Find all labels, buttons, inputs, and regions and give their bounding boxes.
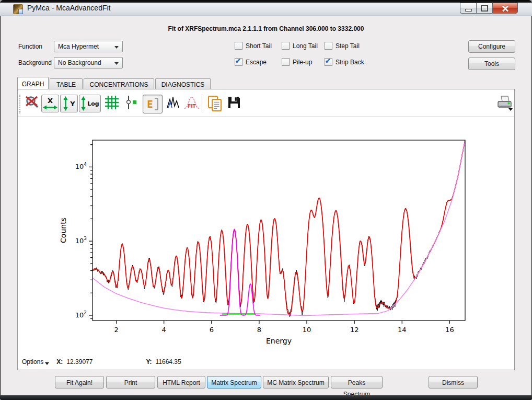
chevron-down-icon bbox=[114, 62, 119, 65]
cursor-x-label: X: bbox=[56, 358, 63, 365]
y-tick-label: 102 bbox=[75, 310, 87, 319]
x-autoscale-button[interactable]: X bbox=[41, 95, 59, 112]
y-autoscale-button[interactable]: Y bbox=[60, 95, 78, 112]
floppy-save-icon bbox=[226, 95, 242, 110]
log-scale-button[interactable]: Log bbox=[79, 95, 101, 112]
plot-toolbar: X Y bbox=[18, 92, 514, 117]
log-arrow-icon bbox=[80, 96, 86, 111]
tab-table[interactable]: TABLE bbox=[50, 78, 83, 89]
pymca-logo-icon bbox=[13, 4, 23, 14]
checkbox-long-tail[interactable]: ✔Long Tail bbox=[282, 42, 318, 50]
spectrum-plot[interactable]: 246810121416102103104EnergyCounts bbox=[18, 117, 514, 363]
x-tick-label: 14 bbox=[398, 326, 407, 334]
copy-plot-button[interactable] bbox=[206, 95, 224, 112]
fit-again-button[interactable]: Fit Again! bbox=[55, 376, 104, 388]
background-value: No Background bbox=[58, 59, 101, 66]
tools-button[interactable]: Tools bbox=[468, 58, 515, 70]
x-tick-label: 4 bbox=[162, 326, 166, 334]
checkbox-step-tail[interactable]: ✔Step Tail bbox=[325, 42, 360, 50]
checkbox-escape[interactable]: ✔Escape bbox=[235, 58, 267, 66]
zoom-reset-icon bbox=[24, 95, 41, 111]
minimize-button[interactable] bbox=[460, 3, 476, 14]
options-menu[interactable]: Options bbox=[22, 358, 43, 365]
y-tick-label: 104 bbox=[75, 162, 87, 170]
checkbox-box: ✔ bbox=[235, 42, 242, 50]
tab-diagnostics[interactable]: DIAGNOSTICS bbox=[155, 78, 211, 89]
cursor-y-value: 11664.35 bbox=[156, 358, 181, 365]
svg-text:FIT: FIT bbox=[188, 104, 196, 109]
background-select[interactable]: No Background bbox=[54, 57, 123, 68]
dismiss-button[interactable]: Dismiss bbox=[429, 376, 478, 388]
checkbox-box: ✔ bbox=[282, 42, 290, 50]
window-controls bbox=[460, 3, 518, 13]
tab-graph[interactable]: GRAPH bbox=[17, 77, 49, 89]
status-bar: Options X: 12.39077 Y: 11664.35 bbox=[22, 357, 181, 367]
y-tick-label: 103 bbox=[75, 236, 87, 245]
peak-markers-icon bbox=[124, 95, 140, 110]
function-value: Mca Hypermet bbox=[58, 43, 99, 50]
checkbox-box: ✔ bbox=[325, 42, 332, 50]
x-tick-label: 8 bbox=[257, 326, 261, 334]
y-axis-title: Counts bbox=[59, 218, 67, 243]
fit-view-button[interactable]: FIT bbox=[183, 95, 200, 110]
mc-matrix-spectrum-button[interactable]: MC Matrix Spectrum bbox=[263, 376, 329, 388]
print-plot-button[interactable] bbox=[494, 95, 514, 112]
maximize-icon bbox=[481, 5, 488, 12]
x-axis-title: Energy bbox=[266, 337, 292, 345]
fit-icon: FIT bbox=[183, 95, 200, 110]
x-tick-label: 16 bbox=[445, 326, 454, 334]
window-title: PyMca - McaAdvancedFit bbox=[27, 4, 111, 12]
peaks-spectrum-button[interactable]: Peaks Spectrum bbox=[331, 376, 383, 388]
matrix-spectrum-button[interactable]: Matrix Spectrum bbox=[207, 376, 261, 388]
close-icon bbox=[502, 5, 509, 12]
x-tick-label: 2 bbox=[114, 326, 118, 334]
html-report-button[interactable]: HTML Report bbox=[157, 376, 205, 388]
grid-toggle-button[interactable] bbox=[104, 95, 120, 110]
y-arrows-icon bbox=[63, 96, 68, 111]
cursor-y-label: Y: bbox=[146, 358, 152, 365]
toolbar-drag-handle[interactable] bbox=[19, 95, 22, 113]
printer-icon bbox=[494, 95, 514, 112]
fit-title: Fit of XRFSpectrum.mca 2.1.1.1 from Chan… bbox=[1, 25, 531, 32]
minimize-icon bbox=[465, 9, 472, 12]
configure-button[interactable]: Configure bbox=[468, 40, 515, 53]
options-arrow-icon bbox=[45, 362, 49, 365]
checkbox-pile-up[interactable]: ✔Pile-up bbox=[282, 58, 312, 66]
clipboard-copy-icon bbox=[206, 95, 224, 112]
bracket-icon bbox=[155, 98, 158, 110]
cursor-x-value: 12.39077 bbox=[66, 358, 92, 365]
maximize-button[interactable] bbox=[476, 3, 492, 14]
checkbox-box: ✔ bbox=[235, 58, 242, 66]
title-bar[interactable]: PyMca - McaAdvancedFit bbox=[0, 0, 532, 16]
close-button[interactable] bbox=[492, 3, 518, 14]
chevron-down-icon bbox=[114, 46, 119, 49]
checkbox-box: ✔ bbox=[282, 58, 290, 66]
spectrum-icon bbox=[166, 95, 182, 110]
function-label: Function bbox=[18, 43, 42, 50]
tab-concentrations[interactable]: CONCENTRATIONS bbox=[84, 78, 154, 89]
peak-markers-button[interactable] bbox=[124, 95, 140, 110]
print-button[interactable]: Print bbox=[106, 376, 155, 388]
checkbox-short-tail[interactable]: ✔Short Tail bbox=[235, 42, 272, 50]
grid-icon bbox=[104, 95, 120, 110]
checkbox-strip-back[interactable]: ✔Strip Back. bbox=[325, 58, 366, 66]
function-select[interactable]: Mca Hypermet bbox=[54, 41, 123, 52]
x-arrows-icon bbox=[43, 105, 57, 110]
checkbox-box: ✔ bbox=[325, 58, 332, 66]
toolbar-separator bbox=[202, 96, 202, 112]
pymca-window: PyMca - McaAdvancedFit Fit of XRFSpectru… bbox=[0, 0, 532, 400]
spectrum-view-button[interactable] bbox=[166, 95, 182, 110]
graph-tab-pane: X Y bbox=[17, 89, 515, 370]
zoom-reset-button[interactable] bbox=[24, 95, 41, 111]
dialog-content: Fit of XRFSpectrum.mca 2.1.1.1 from Chan… bbox=[1, 16, 531, 395]
x-tick-label: 6 bbox=[210, 326, 214, 334]
x-tick-label: 12 bbox=[350, 326, 359, 334]
energy-axis-button[interactable]: E bbox=[143, 95, 163, 113]
window-bottom-border bbox=[0, 395, 532, 400]
save-button[interactable] bbox=[226, 95, 242, 110]
x-tick-label: 10 bbox=[303, 326, 311, 334]
background-label: Background bbox=[18, 59, 52, 66]
